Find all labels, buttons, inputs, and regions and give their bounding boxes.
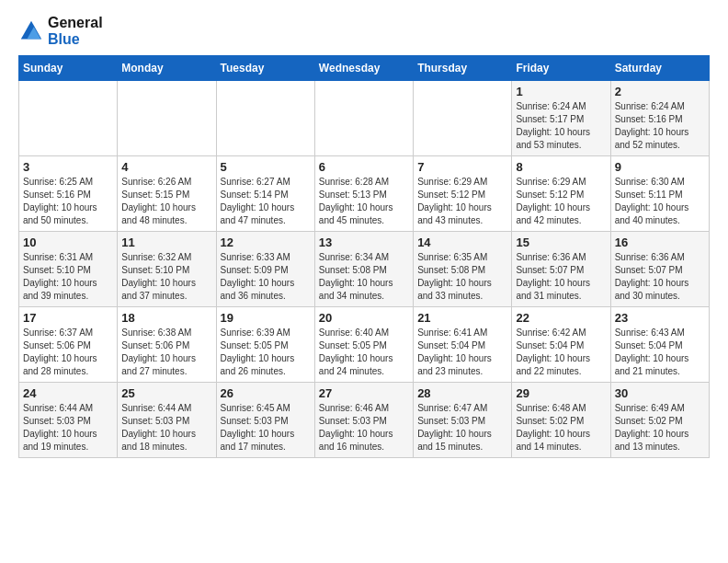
weekday-header-thursday: Thursday <box>414 56 512 81</box>
calendar-cell: 26Sunrise: 6:45 AM Sunset: 5:03 PM Dayli… <box>216 383 314 458</box>
day-info: Sunrise: 6:46 AM Sunset: 5:03 PM Dayligh… <box>319 402 409 454</box>
day-number: 26 <box>221 386 311 400</box>
day-number: 4 <box>121 160 211 174</box>
day-number: 1 <box>516 85 606 98</box>
day-info: Sunrise: 6:40 AM Sunset: 5:05 PM Dayligh… <box>319 327 409 378</box>
calendar-cell: 3Sunrise: 6:25 AM Sunset: 5:16 PM Daylig… <box>19 156 118 232</box>
calendar-cell: 13Sunrise: 6:34 AM Sunset: 5:08 PM Dayli… <box>314 232 413 307</box>
calendar-cell <box>216 81 314 156</box>
day-number: 3 <box>23 160 113 174</box>
calendar-cell <box>314 81 413 156</box>
day-info: Sunrise: 6:42 AM Sunset: 5:04 PM Dayligh… <box>516 327 606 378</box>
calendar-cell: 21Sunrise: 6:41 AM Sunset: 5:04 PM Dayli… <box>414 307 512 383</box>
calendar-cell: 28Sunrise: 6:47 AM Sunset: 5:03 PM Dayli… <box>414 383 512 458</box>
day-info: Sunrise: 6:48 AM Sunset: 5:02 PM Dayligh… <box>516 402 606 454</box>
day-number: 21 <box>417 311 507 325</box>
calendar-cell: 18Sunrise: 6:38 AM Sunset: 5:06 PM Dayli… <box>118 307 216 383</box>
day-number: 22 <box>516 311 606 325</box>
day-number: 7 <box>417 160 507 174</box>
day-info: Sunrise: 6:41 AM Sunset: 5:04 PM Dayligh… <box>417 327 507 378</box>
calendar-cell: 11Sunrise: 6:32 AM Sunset: 5:10 PM Dayli… <box>118 232 216 307</box>
day-info: Sunrise: 6:44 AM Sunset: 5:03 PM Dayligh… <box>121 402 211 454</box>
weekday-header-friday: Friday <box>512 56 610 81</box>
calendar-cell: 20Sunrise: 6:40 AM Sunset: 5:05 PM Dayli… <box>314 307 413 383</box>
day-number: 10 <box>23 236 113 249</box>
day-info: Sunrise: 6:32 AM Sunset: 5:10 PM Dayligh… <box>121 251 211 303</box>
day-info: Sunrise: 6:30 AM Sunset: 5:11 PM Dayligh… <box>615 176 705 227</box>
weekday-header-sunday: Sunday <box>19 56 118 81</box>
calendar-cell: 1Sunrise: 6:24 AM Sunset: 5:17 PM Daylig… <box>512 81 610 156</box>
week-row-3: 10Sunrise: 6:31 AM Sunset: 5:10 PM Dayli… <box>19 232 710 307</box>
day-number: 16 <box>615 236 705 249</box>
day-number: 15 <box>516 236 606 249</box>
calendar-cell: 23Sunrise: 6:43 AM Sunset: 5:04 PM Dayli… <box>610 307 709 383</box>
day-number: 27 <box>319 386 409 400</box>
day-info: Sunrise: 6:47 AM Sunset: 5:03 PM Dayligh… <box>417 402 507 454</box>
weekday-header-tuesday: Tuesday <box>216 56 314 81</box>
calendar-cell: 24Sunrise: 6:44 AM Sunset: 5:03 PM Dayli… <box>19 383 118 458</box>
calendar-cell: 25Sunrise: 6:44 AM Sunset: 5:03 PM Dayli… <box>118 383 216 458</box>
week-row-5: 24Sunrise: 6:44 AM Sunset: 5:03 PM Dayli… <box>19 383 710 458</box>
day-info: Sunrise: 6:29 AM Sunset: 5:12 PM Dayligh… <box>417 176 507 227</box>
calendar-cell: 4Sunrise: 6:26 AM Sunset: 5:15 PM Daylig… <box>118 156 216 232</box>
calendar-cell: 10Sunrise: 6:31 AM Sunset: 5:10 PM Dayli… <box>19 232 118 307</box>
calendar-cell: 17Sunrise: 6:37 AM Sunset: 5:06 PM Dayli… <box>19 307 118 383</box>
day-number: 17 <box>23 311 113 325</box>
day-number: 25 <box>121 386 211 400</box>
day-number: 2 <box>615 85 705 98</box>
calendar-cell: 2Sunrise: 6:24 AM Sunset: 5:16 PM Daylig… <box>610 81 709 156</box>
logo-icon <box>18 18 44 44</box>
calendar-cell: 27Sunrise: 6:46 AM Sunset: 5:03 PM Dayli… <box>314 383 413 458</box>
day-info: Sunrise: 6:27 AM Sunset: 5:14 PM Dayligh… <box>221 176 311 227</box>
calendar-cell: 16Sunrise: 6:36 AM Sunset: 5:07 PM Dayli… <box>610 232 709 307</box>
calendar-cell: 12Sunrise: 6:33 AM Sunset: 5:09 PM Dayli… <box>216 232 314 307</box>
day-number: 28 <box>417 386 507 400</box>
calendar-cell: 5Sunrise: 6:27 AM Sunset: 5:14 PM Daylig… <box>216 156 314 232</box>
logo-text: General Blue <box>48 15 103 48</box>
calendar-table: SundayMondayTuesdayWednesdayThursdayFrid… <box>18 55 710 458</box>
calendar-cell: 14Sunrise: 6:35 AM Sunset: 5:08 PM Dayli… <box>414 232 512 307</box>
calendar-cell: 29Sunrise: 6:48 AM Sunset: 5:02 PM Dayli… <box>512 383 610 458</box>
day-number: 29 <box>516 386 606 400</box>
day-info: Sunrise: 6:24 AM Sunset: 5:17 PM Dayligh… <box>516 100 606 152</box>
calendar-cell: 30Sunrise: 6:49 AM Sunset: 5:02 PM Dayli… <box>610 383 709 458</box>
calendar-cell <box>118 81 216 156</box>
day-number: 9 <box>615 160 705 174</box>
day-info: Sunrise: 6:24 AM Sunset: 5:16 PM Dayligh… <box>615 100 705 152</box>
day-number: 13 <box>319 236 409 249</box>
calendar-cell: 7Sunrise: 6:29 AM Sunset: 5:12 PM Daylig… <box>414 156 512 232</box>
day-number: 5 <box>221 160 311 174</box>
week-row-1: 1Sunrise: 6:24 AM Sunset: 5:17 PM Daylig… <box>19 81 710 156</box>
calendar-cell: 22Sunrise: 6:42 AM Sunset: 5:04 PM Dayli… <box>512 307 610 383</box>
day-info: Sunrise: 6:28 AM Sunset: 5:13 PM Dayligh… <box>319 176 409 227</box>
weekday-header-saturday: Saturday <box>610 56 709 81</box>
day-info: Sunrise: 6:29 AM Sunset: 5:12 PM Dayligh… <box>516 176 606 227</box>
day-info: Sunrise: 6:26 AM Sunset: 5:15 PM Dayligh… <box>121 176 211 227</box>
day-number: 11 <box>121 236 211 249</box>
day-number: 19 <box>221 311 311 325</box>
day-number: 24 <box>23 386 113 400</box>
logo: General Blue <box>18 15 103 48</box>
day-number: 6 <box>319 160 409 174</box>
day-info: Sunrise: 6:44 AM Sunset: 5:03 PM Dayligh… <box>23 402 113 454</box>
day-info: Sunrise: 6:38 AM Sunset: 5:06 PM Dayligh… <box>121 327 211 378</box>
day-number: 23 <box>615 311 705 325</box>
day-info: Sunrise: 6:49 AM Sunset: 5:02 PM Dayligh… <box>615 402 705 454</box>
day-info: Sunrise: 6:36 AM Sunset: 5:07 PM Dayligh… <box>516 251 606 303</box>
header: General Blue <box>18 15 710 48</box>
day-number: 30 <box>615 386 705 400</box>
weekday-header-row: SundayMondayTuesdayWednesdayThursdayFrid… <box>19 56 710 81</box>
day-info: Sunrise: 6:35 AM Sunset: 5:08 PM Dayligh… <box>417 251 507 303</box>
day-info: Sunrise: 6:31 AM Sunset: 5:10 PM Dayligh… <box>23 251 113 303</box>
day-info: Sunrise: 6:37 AM Sunset: 5:06 PM Dayligh… <box>23 327 113 378</box>
calendar-cell <box>414 81 512 156</box>
day-info: Sunrise: 6:43 AM Sunset: 5:04 PM Dayligh… <box>615 327 705 378</box>
week-row-2: 3Sunrise: 6:25 AM Sunset: 5:16 PM Daylig… <box>19 156 710 232</box>
weekday-header-wednesday: Wednesday <box>314 56 413 81</box>
calendar-cell: 15Sunrise: 6:36 AM Sunset: 5:07 PM Dayli… <box>512 232 610 307</box>
day-info: Sunrise: 6:45 AM Sunset: 5:03 PM Dayligh… <box>221 402 311 454</box>
day-number: 18 <box>121 311 211 325</box>
day-info: Sunrise: 6:33 AM Sunset: 5:09 PM Dayligh… <box>221 251 311 303</box>
calendar-cell: 6Sunrise: 6:28 AM Sunset: 5:13 PM Daylig… <box>314 156 413 232</box>
calendar-cell: 8Sunrise: 6:29 AM Sunset: 5:12 PM Daylig… <box>512 156 610 232</box>
